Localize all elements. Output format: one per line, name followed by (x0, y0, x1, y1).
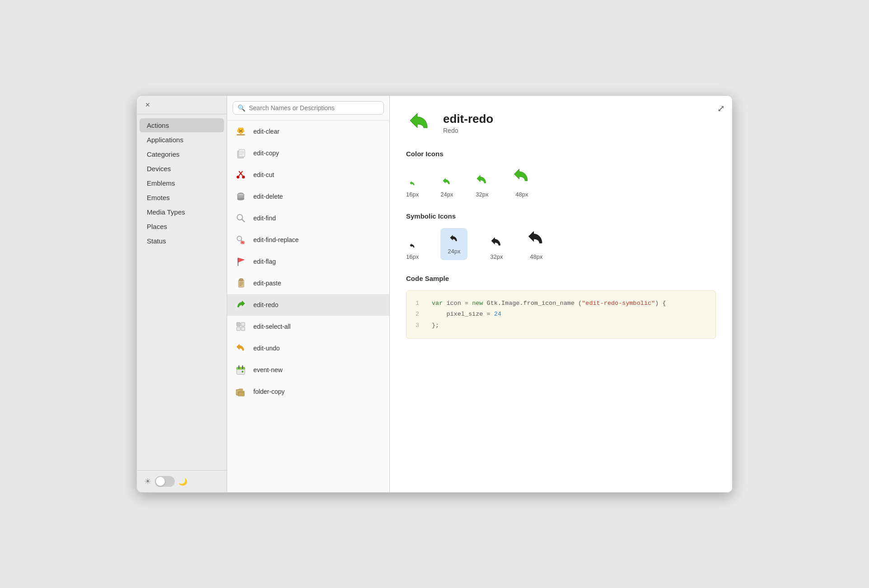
moon-icon: 🌙 (178, 477, 187, 486)
code-prop: pixel_size (446, 311, 486, 317)
list-item-label: edit-select-all (253, 323, 290, 330)
svg-point-15 (238, 198, 244, 200)
code-line-3: 3 }; (416, 320, 706, 331)
symbolic-icon-16[interactable]: 16px (406, 243, 419, 260)
list-item[interactable]: edit-clear (227, 121, 389, 142)
symbolic-icon-32[interactable]: 32px (489, 235, 504, 260)
code-content-2: pixel_size = 24 (432, 309, 501, 320)
list-item-label: edit-copy (253, 149, 279, 157)
edit-paste-icon (234, 277, 247, 289)
list-item-edit-redo[interactable]: edit-redo (227, 294, 389, 316)
svg-point-16 (238, 194, 244, 196)
sidebar-item-emblems[interactable]: Emblems (140, 176, 224, 190)
list-item[interactable]: folder-copy (227, 381, 389, 402)
list-item-label: edit-find-replace (253, 236, 299, 243)
edit-redo-icon (234, 299, 247, 311)
code-value: 24 (494, 311, 501, 317)
list-item[interactable]: edit-undo (227, 337, 389, 359)
list-item[interactable]: edit-find (227, 207, 389, 229)
list-item[interactable]: edit-select-all (227, 316, 389, 337)
code-line-2: 2 pixel_size = 24 (416, 309, 706, 320)
code-block: 1 var icon = new Gtk.Image.from_icon_nam… (406, 290, 716, 339)
code-assign: = (465, 300, 472, 307)
color-icon-16[interactable]: 16px (406, 180, 419, 198)
theme-toggle[interactable] (155, 476, 175, 487)
list-item-label: edit-delete (253, 193, 283, 200)
svg-line-18 (242, 219, 245, 222)
sidebar-nav: Actions Applications Categories Devices … (137, 114, 227, 470)
detail-title: edit-redo (443, 112, 493, 126)
list-item[interactable]: event-new (227, 359, 389, 381)
list-item[interactable]: edit-flag (227, 251, 389, 272)
search-input[interactable] (249, 104, 379, 112)
symbolic-icon-16-label: 16px (406, 253, 419, 260)
list-item-label: edit-find (253, 215, 276, 222)
code-line-num-2: 2 (416, 309, 423, 320)
list-item[interactable]: edit-paste (227, 272, 389, 294)
sidebar-item-categories[interactable]: Categories (140, 147, 224, 161)
code-eq: = (487, 311, 494, 317)
folder-copy-icon (234, 385, 247, 398)
color-icon-24[interactable]: 24px (440, 177, 453, 198)
sidebar-item-applications[interactable]: Applications (140, 133, 224, 147)
detail-header: edit-redo Redo (406, 108, 716, 137)
list-item-label: folder-copy (253, 388, 285, 395)
edit-find-replace-icon (234, 233, 247, 246)
icon-list: edit-clear edit-copy (227, 121, 389, 492)
edit-select-all-icon (234, 320, 247, 333)
color-icon-48[interactable]: 48px (511, 166, 533, 198)
color-icon-32[interactable]: 32px (475, 173, 489, 198)
edit-cut-icon (234, 168, 247, 181)
list-item-label: edit-clear (253, 128, 280, 135)
code-line-1: 1 var icon = new Gtk.Image.from_icon_nam… (416, 298, 706, 309)
code-string: "edit-redo-symbolic" (582, 300, 655, 307)
sidebar-item-places[interactable]: Places (140, 219, 224, 233)
color-icon-48-label: 48px (515, 191, 528, 198)
search-bar: 🔍 (227, 96, 389, 121)
symbolic-icons-section-title: Symbolic Icons (406, 212, 716, 220)
sidebar-item-mediatypes[interactable]: Media Types (140, 205, 224, 219)
sidebar-item-emotes[interactable]: Emotes (140, 191, 224, 205)
detail-main-icon (406, 108, 435, 137)
list-item-label: event-new (253, 366, 283, 373)
symbolic-icon-48-label: 48px (530, 253, 542, 260)
event-new-icon (234, 364, 247, 376)
code-closeparen: ) { (655, 300, 666, 307)
symbolic-icon-48[interactable]: 48px (525, 228, 547, 260)
edit-undo-icon (234, 342, 247, 355)
svg-rect-32 (237, 327, 240, 331)
color-icon-16-label: 16px (406, 191, 419, 198)
symbolic-icon-24-label: 24px (448, 248, 460, 255)
detail-panel: ⤢ edit-redo Redo Color Icons 16px (390, 96, 732, 492)
detail-subtitle: Redo (443, 127, 493, 134)
code-openparen: ( (578, 300, 582, 307)
code-content-1: var icon = new Gtk.Image.from_icon_name … (432, 298, 666, 309)
list-panel: 🔍 edit-clear (227, 96, 390, 492)
list-item-label: edit-flag (253, 258, 276, 265)
svg-rect-30 (237, 322, 240, 326)
color-icons-section-title: Color Icons (406, 150, 716, 158)
symbolic-icon-24[interactable]: 24px (440, 228, 467, 260)
sidebar-item-actions[interactable]: Actions (140, 118, 224, 132)
app-window: ✕ Actions Applications Categories Device… (136, 95, 733, 493)
sidebar-item-devices[interactable]: Devices (140, 162, 224, 176)
code-classname: Gtk.Image.from_icon_name (487, 300, 579, 307)
close-button[interactable]: ✕ (144, 101, 151, 108)
edit-flag-icon (234, 255, 247, 268)
svg-rect-35 (237, 367, 245, 369)
code-varname: icon (446, 300, 465, 307)
code-var-keyword: var (432, 300, 443, 307)
list-item[interactable]: edit-cut (227, 164, 389, 186)
search-input-wrap: 🔍 (233, 101, 384, 115)
list-item[interactable]: edit-find-replace (227, 229, 389, 251)
list-item[interactable]: edit-delete (227, 186, 389, 207)
list-item-label: edit-cut (253, 171, 274, 178)
svg-rect-26 (239, 279, 243, 281)
edit-delete-icon (234, 190, 247, 203)
code-line-num-1: 1 (416, 298, 423, 309)
symbolic-icons-row: 16px 24px 32px 48px (406, 228, 716, 260)
edit-clear-icon (234, 125, 247, 138)
list-item[interactable]: edit-copy (227, 142, 389, 164)
expand-button[interactable]: ⤢ (717, 103, 725, 114)
sidebar-item-status[interactable]: Status (140, 234, 224, 248)
